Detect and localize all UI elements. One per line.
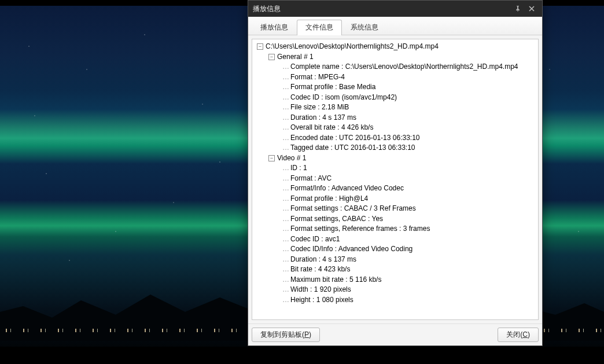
tree-leaf[interactable]: Format profile : Base Media [290,82,375,93]
tree-leaf[interactable]: Format/Info : Advanced Video Codec [290,183,404,194]
tree-connector-icon: … [282,113,289,123]
close-icon[interactable] [526,3,537,14]
tree-leaf[interactable]: Codec ID : isom (isom/avc1/mp42) [290,93,397,103]
tree-connector-icon: … [282,255,289,265]
tree-connector-icon: … [282,93,289,103]
tree-leaf[interactable]: Maximum bit rate : 5 116 kb/s [290,275,381,285]
tree-leaf[interactable]: Tagged date : UTC 2016-01-13 06:33:10 [290,143,415,153]
tab-system-info[interactable]: 系统信息 [342,20,387,35]
tab-bar: 播放信息 文件信息 系统信息 [248,17,542,35]
tree-connector-icon: … [282,62,289,72]
tree-connector-icon: … [282,174,289,184]
copy-button-label: 复制到剪贴板 [260,330,302,339]
tree-section[interactable]: Video # 1 [277,153,307,164]
close-button[interactable]: 关闭(C) [498,328,539,342]
tree-connector-icon: … [282,123,289,133]
tree-connector-icon: … [282,234,289,245]
tree-connector-icon: … [282,285,289,295]
tree-leaf[interactable]: Format settings : CABAC / 3 Ref Frames [290,204,416,214]
dialog-footer: 复制到剪贴板(P) 关闭(C) [248,323,542,345]
tab-playback-info[interactable]: 播放信息 [252,20,297,35]
tree-leaf[interactable]: Encoded date : UTC 2016-01-13 06:33:10 [290,133,420,144]
tree-connector-icon: … [282,194,289,204]
tree-toggle-icon[interactable]: − [257,43,263,50]
tree-leaf[interactable]: Width : 1 920 pixels [290,285,351,295]
content-area: −C:\Users\Lenovo\Desktop\Northernlights2… [248,35,542,323]
tree-toggle-icon[interactable]: − [268,54,275,60]
tree-connector-icon: … [282,133,289,144]
tree-leaf[interactable]: Format profile : High@L4 [290,194,368,204]
tree-connector-icon: … [282,275,289,285]
tree-connector-icon: … [282,204,289,214]
dialog-titlebar[interactable]: 播放信息 [248,1,542,17]
tree-leaf[interactable]: File size : 2.18 MiB [290,102,349,113]
tree-connector-icon: … [282,143,289,153]
tree-leaf[interactable]: ID : 1 [290,163,307,174]
tab-file-info[interactable]: 文件信息 [297,20,342,35]
tree-leaf[interactable]: Format settings, Reference frames : 3 fr… [290,224,430,234]
tree-connector-icon: … [282,72,289,83]
copy-button-accel: P [304,330,309,339]
tree-leaf[interactable]: Format : AVC [290,174,332,184]
copy-to-clipboard-button[interactable]: 复制到剪贴板(P) [252,328,320,342]
tree-leaf[interactable]: Overall bit rate : 4 426 kb/s [290,123,373,133]
tree-connector-icon: … [282,295,289,306]
tree-toggle-icon[interactable]: − [268,155,275,161]
tree-leaf[interactable]: Bit rate : 4 423 kb/s [290,264,350,275]
tree-connector-icon: … [282,82,289,93]
tree-connector-icon: … [282,244,289,255]
media-info-tree[interactable]: −C:\Users\Lenovo\Desktop\Northernlights2… [252,39,539,320]
tree-leaf[interactable]: Codec ID : avc1 [290,234,340,245]
close-button-label: 关闭 [506,330,520,339]
tree-leaf[interactable]: Duration : 4 s 137 ms [290,255,356,265]
tree-leaf[interactable]: Complete name : C:\Users\Lenovo\Desktop\… [290,62,518,72]
tree-connector-icon: … [282,224,289,234]
tree-section[interactable]: General # 1 [277,52,314,62]
tree-connector-icon: … [282,102,289,113]
tree-connector-icon: … [282,214,289,225]
tree-leaf[interactable]: Height : 1 080 pixels [290,295,353,306]
tree-connector-icon: … [282,183,289,194]
playback-info-dialog: 播放信息 播放信息 文件信息 系统信息 −C:\Users\Lenovo\Des… [248,0,543,346]
tree-leaf[interactable]: Format settings, CABAC : Yes [290,214,383,225]
tree-leaf[interactable]: Duration : 4 s 137 ms [290,113,356,123]
tree-leaf[interactable]: Format : MPEG-4 [290,72,345,83]
tree-root[interactable]: C:\Users\Lenovo\Desktop\Northernlights2_… [266,42,439,52]
letterbox-bottom [0,347,604,364]
close-button-accel: C [522,330,528,339]
tree-connector-icon: … [282,163,289,174]
pin-icon[interactable] [512,3,524,14]
dialog-title: 播放信息 [253,4,510,14]
tree-connector-icon: … [282,264,289,275]
tree-leaf[interactable]: Codec ID/Info : Advanced Video Coding [290,244,413,255]
